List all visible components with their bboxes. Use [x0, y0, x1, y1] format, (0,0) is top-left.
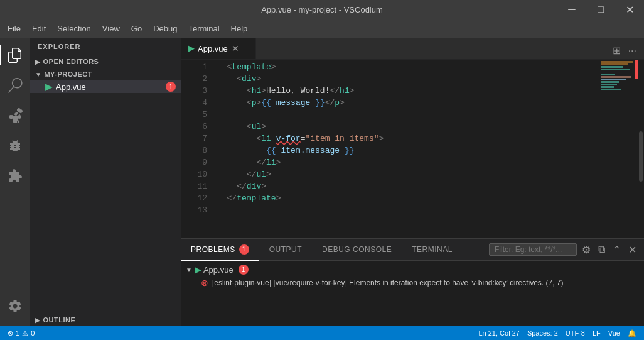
menu-terminal[interactable]: Terminal: [183, 21, 224, 36]
encoding-text: UTF-8: [566, 329, 585, 337]
code-line-10: </ul>: [217, 168, 600, 180]
code-line-2: <div>: [217, 73, 600, 85]
code-line-1: <template>: [217, 61, 600, 73]
filter-input[interactable]: [489, 243, 577, 256]
problem-item[interactable]: ⊗ [eslint-plugin-vue] [vue/require-v-for…: [181, 276, 644, 290]
activity-bar: [0, 38, 30, 326]
file-error-badge: 1: [166, 82, 176, 92]
panel: PROBLEMS 1 OUTPUT DEBUG CONSOLE TERMINAL…: [181, 238, 644, 326]
code-line-3: <h1>Hello, World!</h1>: [217, 85, 600, 97]
open-editors-header[interactable]: ▶ Open Editors: [30, 55, 181, 68]
menu-help[interactable]: Help: [226, 21, 253, 36]
code-line-5: [217, 109, 600, 121]
line-ending-text: LF: [593, 329, 601, 337]
position-text: Ln 21, Col 27: [478, 329, 519, 337]
terminal-label: TERMINAL: [412, 245, 453, 254]
code-line-6: <ul>: [217, 121, 600, 133]
main-layout: Explorer ▶ Open Editors ▼ My-Project ▶ A…: [0, 38, 644, 326]
vertical-scrollbar[interactable]: [638, 60, 644, 238]
tab-actions: ⊞ ···: [610, 42, 644, 59]
error-icon-status: ⊗: [8, 329, 13, 337]
filter-settings-button[interactable]: ⚙: [579, 243, 593, 257]
panel-tab-output[interactable]: OUTPUT: [259, 239, 312, 261]
maximize-button[interactable]: □: [586, 0, 615, 19]
problems-badge: 1: [239, 244, 249, 255]
vue-section-icon: ▶: [195, 265, 201, 275]
status-errors[interactable]: ⊗ 1 ⚠ 0: [5, 326, 37, 340]
status-bar: ⊗ 1 ⚠ 0 Ln 21, Col 27 Spaces: 2 UTF-8 LF…: [0, 326, 644, 340]
section-chevron: ▼: [186, 266, 192, 273]
menu-bar: File Edit Selection View Go Debug Termin…: [0, 19, 644, 38]
activity-source-control[interactable]: [0, 101, 30, 131]
activity-settings[interactable]: [0, 291, 30, 321]
code-line-13: [217, 204, 600, 216]
status-bell[interactable]: 🔔: [625, 326, 639, 340]
problem-file-name: App.vue: [203, 265, 233, 275]
editor-content[interactable]: 1 2 3 4 5 6 7 8 9 10 11 12 13 <template>…: [181, 60, 644, 238]
file-item-appvue[interactable]: ▶ App.vue 1: [30, 80, 181, 93]
minimize-button[interactable]: ─: [557, 0, 586, 19]
editor-area: ▶ App.vue ✕ ⊞ ··· 1 2 3 4 5 6 7 8 9 10: [181, 38, 644, 326]
status-spaces[interactable]: Spaces: 2: [525, 326, 561, 340]
panel-tab-debug-console[interactable]: DEBUG CONSOLE: [312, 239, 402, 261]
collapse-button[interactable]: ⌃: [610, 243, 623, 257]
menu-selection[interactable]: Selection: [52, 21, 95, 36]
open-editors-label: Open Editors: [43, 58, 99, 65]
scrollbar-thumb[interactable]: [639, 131, 643, 182]
status-language[interactable]: Vue: [606, 326, 623, 340]
minimap: [600, 60, 638, 238]
tab-vue-icon: ▶: [188, 44, 194, 53]
code-line-4: <p>{{ message }}</p>: [217, 97, 600, 109]
activity-search[interactable]: [0, 70, 30, 101]
code-line-7: <li v-for="item in items">: [217, 133, 600, 145]
outline-label: Outline: [43, 316, 76, 324]
spaces-text: Spaces: 2: [527, 329, 558, 337]
problem-message: [eslint-plugin-vue] [vue/require-v-for-k…: [212, 278, 564, 287]
my-project-chevron: ▼: [35, 71, 41, 78]
problem-file-badge: 1: [239, 265, 249, 275]
open-editors-section: ▶ Open Editors: [30, 55, 181, 68]
code-editor[interactable]: <template> <div> <h1>Hello, World!</h1> …: [212, 60, 600, 238]
tab-close-button[interactable]: ✕: [232, 44, 239, 53]
menu-file[interactable]: File: [3, 21, 26, 36]
panel-tab-problems[interactable]: PROBLEMS 1: [181, 239, 259, 261]
activity-extensions[interactable]: [0, 161, 30, 191]
activity-explorer[interactable]: [0, 40, 30, 70]
problems-label: PROBLEMS: [191, 245, 235, 254]
sidebar: Explorer ▶ Open Editors ▼ My-Project ▶ A…: [30, 38, 181, 326]
menu-edit[interactable]: Edit: [27, 21, 51, 36]
menu-go[interactable]: Go: [126, 21, 147, 36]
problem-section-appvue: ▼ ▶ App.vue 1 ⊗ [eslint-plugin-vue] [vue…: [181, 263, 644, 290]
output-label: OUTPUT: [269, 245, 302, 254]
status-position[interactable]: Ln 21, Col 27: [476, 326, 522, 340]
close-panel-button[interactable]: ✕: [626, 243, 639, 257]
status-encoding[interactable]: UTF-8: [563, 326, 588, 340]
tab-label: App.vue: [198, 44, 228, 53]
problem-section-header[interactable]: ▼ ▶ App.vue 1: [181, 263, 644, 276]
panel-tab-terminal[interactable]: TERMINAL: [402, 239, 463, 261]
code-line-12: </template>: [217, 192, 600, 204]
menu-debug[interactable]: Debug: [148, 21, 182, 36]
activity-debug[interactable]: [0, 131, 30, 161]
status-right: Ln 21, Col 27 Spaces: 2 UTF-8 LF Vue 🔔: [476, 326, 639, 340]
code-line-11: </div>: [217, 180, 600, 192]
code-line-8: {{ item.message }}: [217, 145, 600, 156]
panel-content: ▼ ▶ App.vue 1 ⊗ [eslint-plugin-vue] [vue…: [181, 261, 644, 326]
debug-console-label: DEBUG CONSOLE: [322, 245, 392, 254]
vue-file-icon: ▶: [45, 82, 52, 92]
split-editor-button[interactable]: ⊞: [610, 42, 623, 59]
outline-section-container: ▶ Outline: [30, 314, 181, 326]
panel-tab-bar: PROBLEMS 1 OUTPUT DEBUG CONSOLE TERMINAL…: [181, 239, 644, 261]
warning-count: 0: [31, 329, 35, 337]
close-button[interactable]: ✕: [615, 0, 644, 19]
copy-button[interactable]: ⧉: [596, 243, 608, 256]
language-text: Vue: [608, 329, 620, 337]
file-name-appvue: App.vue: [56, 82, 86, 92]
tab-appvue[interactable]: ▶ App.vue ✕: [181, 38, 256, 59]
open-editors-chevron: ▶: [35, 58, 41, 65]
my-project-header[interactable]: ▼ My-Project: [30, 68, 181, 80]
more-actions-button[interactable]: ···: [626, 43, 639, 59]
outline-header[interactable]: ▶ Outline: [30, 314, 181, 326]
menu-view[interactable]: View: [97, 21, 125, 36]
status-line-ending[interactable]: LF: [590, 326, 603, 340]
